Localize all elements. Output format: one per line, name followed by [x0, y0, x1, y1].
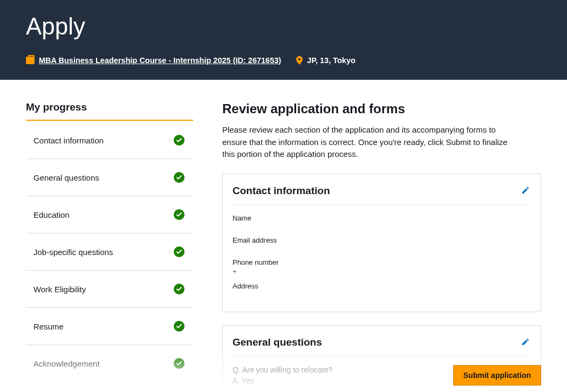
- sidebar-item-label: Contact information: [33, 136, 104, 145]
- check-complete-icon: [174, 284, 185, 294]
- field-name-label: Name: [233, 214, 531, 222]
- field-address-value: [233, 291, 531, 298]
- main-title: Review application and forms: [222, 101, 541, 116]
- check-complete-icon: [174, 172, 185, 183]
- page-title: Apply: [26, 13, 541, 40]
- sidebar-item-label: Job-specific questions: [33, 247, 113, 257]
- check-complete-icon: [174, 321, 185, 332]
- sidebar-item-acknowledgement[interactable]: Acknowledgement: [26, 345, 193, 382]
- pencil-icon: [521, 340, 530, 348]
- main-content: Review application and forms Please revi…: [222, 101, 541, 392]
- sidebar-item-resume[interactable]: Resume: [26, 308, 193, 345]
- sidebar-item-work-eligibility[interactable]: Work Eligibility: [26, 271, 193, 308]
- check-complete-icon: [174, 358, 185, 369]
- job-title-link[interactable]: MBA Business Leadership Course - Interns…: [39, 56, 281, 65]
- card-contact-information: Contact information Name Email address P…: [222, 174, 541, 312]
- submit-application-button[interactable]: Submit application: [453, 365, 541, 386]
- sidebar-item-education[interactable]: Education: [26, 196, 193, 233]
- sidebar-item-label: Education: [33, 210, 70, 219]
- card-header: General questions: [233, 336, 531, 357]
- header-meta-row: MBA Business Leadership Course - Interns…: [26, 56, 541, 65]
- progress-sidebar: My progress Contact information General …: [26, 101, 193, 392]
- pencil-icon: [521, 188, 530, 196]
- sidebar-item-contact-information[interactable]: Contact information: [26, 122, 193, 159]
- briefcase-icon: [26, 57, 35, 64]
- card-title: General questions: [233, 336, 322, 348]
- location-pin-icon: [296, 56, 303, 65]
- field-phone-value: +: [233, 267, 531, 276]
- main-description: Please review each section of the applic…: [222, 124, 508, 161]
- sidebar-item-job-specific-questions[interactable]: Job-specific questions: [26, 233, 193, 271]
- card-header: Contact information: [233, 185, 531, 205]
- field-address-label: Address: [233, 282, 531, 290]
- sidebar-item-general-questions[interactable]: General questions: [26, 159, 193, 196]
- location-meta: JP, 13, Tokyo: [296, 56, 356, 65]
- field-email-label: Email address: [233, 236, 531, 244]
- sidebar-item-label: Acknowledgement: [33, 359, 100, 368]
- sidebar-item-label: Resume: [33, 322, 64, 331]
- check-complete-icon: [174, 209, 185, 220]
- check-complete-icon: [174, 135, 185, 146]
- svg-point-0: [298, 58, 300, 60]
- edit-contact-button[interactable]: [520, 185, 531, 197]
- location-text: JP, 13, Tokyo: [307, 56, 356, 65]
- field-name-value: [233, 223, 531, 230]
- sidebar-item-label: Work Eligibility: [33, 285, 86, 294]
- field-email-value: [233, 245, 531, 252]
- sidebar-item-label: General questions: [33, 173, 99, 182]
- page-header: Apply MBA Business Leadership Course - I…: [0, 0, 567, 80]
- card-title: Contact information: [233, 185, 330, 197]
- main-container: My progress Contact information General …: [0, 80, 567, 392]
- job-meta: MBA Business Leadership Course - Interns…: [26, 56, 281, 65]
- edit-general-questions-button[interactable]: [520, 336, 531, 349]
- field-phone-label: Phone number: [233, 258, 531, 266]
- sidebar-heading: My progress: [26, 101, 193, 121]
- check-complete-icon: [174, 246, 185, 257]
